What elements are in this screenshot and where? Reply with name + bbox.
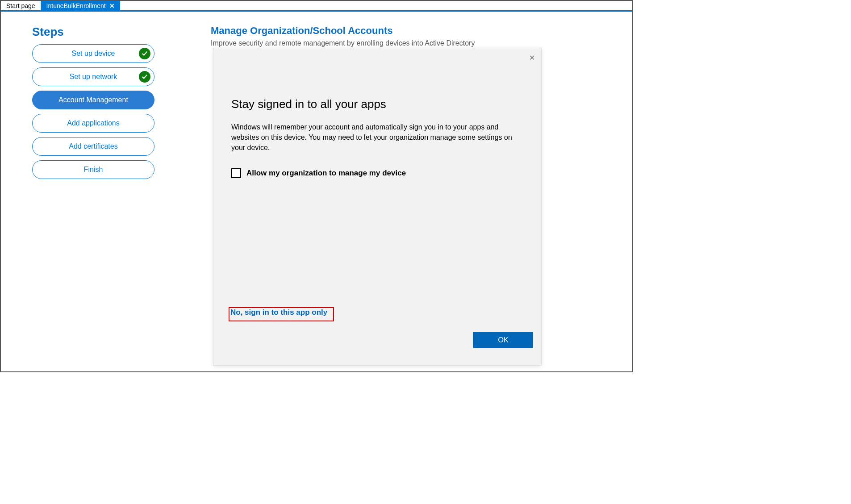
step-label: Add certificates xyxy=(69,142,117,150)
step-set-up-network[interactable]: Set up network xyxy=(32,67,154,86)
manage-device-checkbox-row: Allow my organization to manage my devic… xyxy=(231,168,523,178)
dialog-title: Stay signed in to all your apps xyxy=(231,97,523,111)
close-icon[interactable]: ✕ xyxy=(109,1,115,11)
app-window: Start page IntuneBulkEnrollment ✕ Steps … xyxy=(0,0,633,372)
step-label: Add applications xyxy=(67,119,119,127)
tab-label: Start page xyxy=(6,1,35,11)
tab-intune-bulk-enrollment[interactable]: IntuneBulkEnrollment ✕ xyxy=(41,1,120,10)
sign-in-this-app-only-link[interactable]: No, sign in to this app only xyxy=(230,308,327,317)
checkbox-label: Allow my organization to manage my devic… xyxy=(246,169,406,178)
ok-button[interactable]: OK xyxy=(473,332,533,348)
steps-sidebar: Steps Set up device Set up network Accou… xyxy=(32,25,166,183)
step-add-certificates[interactable]: Add certificates xyxy=(32,137,154,156)
page-subtitle: Improve security and remote management b… xyxy=(211,39,632,47)
step-label: Account Management xyxy=(58,96,128,104)
step-set-up-device[interactable]: Set up device xyxy=(32,44,154,63)
tab-label: IntuneBulkEnrollment xyxy=(46,1,106,11)
manage-device-checkbox[interactable] xyxy=(231,168,241,178)
stay-signed-in-dialog: ✕ Stay signed in to all your apps Window… xyxy=(213,48,542,366)
checkmark-icon xyxy=(139,71,150,83)
page-title: Manage Organization/School Accounts xyxy=(211,25,632,37)
step-add-applications[interactable]: Add applications xyxy=(32,114,154,133)
dialog-body: Windows will remember your account and a… xyxy=(231,122,523,153)
tab-bar: Start page IntuneBulkEnrollment ✕ xyxy=(1,1,632,12)
step-label: Finish xyxy=(84,166,103,174)
step-label: Set up device xyxy=(72,50,115,58)
steps-title: Steps xyxy=(32,25,166,39)
tab-start-page[interactable]: Start page xyxy=(1,1,41,10)
checkmark-icon xyxy=(139,48,150,59)
step-label: Set up network xyxy=(70,73,117,81)
step-account-management[interactable]: Account Management xyxy=(32,91,154,109)
step-finish[interactable]: Finish xyxy=(32,160,154,179)
close-icon[interactable]: ✕ xyxy=(529,54,535,62)
